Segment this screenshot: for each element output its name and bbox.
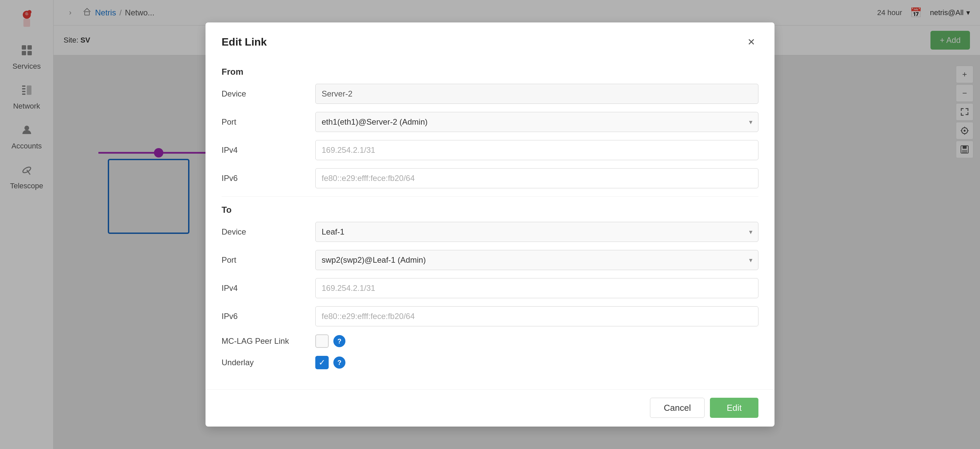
underlay-help-icon[interactable]: ? bbox=[333, 356, 345, 369]
edit-link-modal: Edit Link ✕ From Device Port eth1(eth1)@… bbox=[205, 22, 775, 427]
mc-lag-label: MC-LAG Peer Link bbox=[221, 336, 315, 346]
to-port-select-wrapper: swp2(swp2)@Leaf-1 (Admin) ▾ bbox=[315, 250, 759, 270]
from-ipv4-label: IPv4 bbox=[221, 145, 315, 155]
from-device-label: Device bbox=[221, 89, 315, 99]
edit-button[interactable]: Edit bbox=[710, 398, 759, 418]
from-ipv6-input[interactable] bbox=[315, 168, 759, 188]
from-port-select-wrapper: eth1(eth1)@Server-2 (Admin) ▾ bbox=[315, 112, 759, 132]
modal-close-button[interactable]: ✕ bbox=[744, 35, 759, 49]
modal-body: From Device Port eth1(eth1)@Server-2 (Ad… bbox=[205, 59, 775, 389]
underlay-row: Underlay ✓ ? bbox=[221, 356, 759, 369]
modal-overlay: Edit Link ✕ From Device Port eth1(eth1)@… bbox=[0, 0, 980, 449]
from-device-row: Device bbox=[221, 84, 759, 104]
from-section-title: From bbox=[221, 67, 759, 77]
underlay-checkbox-group: ✓ ? bbox=[315, 356, 345, 369]
from-ipv4-input[interactable] bbox=[315, 140, 759, 160]
modal-title: Edit Link bbox=[221, 36, 267, 48]
from-port-select[interactable]: eth1(eth1)@Server-2 (Admin) bbox=[315, 112, 759, 132]
from-ipv4-row: IPv4 bbox=[221, 140, 759, 160]
to-ipv6-label: IPv6 bbox=[221, 312, 315, 321]
mc-lag-checkbox-group: ? bbox=[315, 334, 345, 348]
underlay-checkbox[interactable]: ✓ bbox=[315, 356, 329, 369]
to-device-label: Device bbox=[221, 227, 315, 236]
from-port-label: Port bbox=[221, 117, 315, 127]
mc-lag-row: MC-LAG Peer Link ? bbox=[221, 334, 759, 348]
modal-header: Edit Link ✕ bbox=[205, 22, 775, 59]
to-port-select[interactable]: swp2(swp2)@Leaf-1 (Admin) bbox=[315, 250, 759, 270]
to-section-title: To bbox=[221, 205, 759, 215]
to-device-select[interactable]: Leaf-1 bbox=[315, 222, 759, 242]
to-port-label: Port bbox=[221, 255, 315, 265]
to-ipv6-input[interactable] bbox=[315, 306, 759, 326]
modal-footer: Cancel Edit bbox=[205, 389, 775, 427]
to-device-select-wrapper: Leaf-1 ▾ bbox=[315, 222, 759, 242]
to-ipv4-label: IPv4 bbox=[221, 283, 315, 293]
from-ipv6-label: IPv6 bbox=[221, 174, 315, 183]
underlay-label: Underlay bbox=[221, 358, 315, 367]
to-ipv4-input[interactable] bbox=[315, 278, 759, 298]
from-device-input[interactable] bbox=[315, 84, 759, 104]
to-ipv6-row: IPv6 bbox=[221, 306, 759, 326]
mc-lag-checkbox[interactable] bbox=[315, 334, 329, 348]
cancel-button[interactable]: Cancel bbox=[650, 398, 705, 418]
to-ipv4-row: IPv4 bbox=[221, 278, 759, 298]
to-device-row: Device Leaf-1 ▾ bbox=[221, 222, 759, 242]
from-ipv6-row: IPv6 bbox=[221, 168, 759, 188]
mc-lag-help-icon[interactable]: ? bbox=[333, 335, 345, 347]
from-port-row: Port eth1(eth1)@Server-2 (Admin) ▾ bbox=[221, 112, 759, 132]
to-port-row: Port swp2(swp2)@Leaf-1 (Admin) ▾ bbox=[221, 250, 759, 270]
